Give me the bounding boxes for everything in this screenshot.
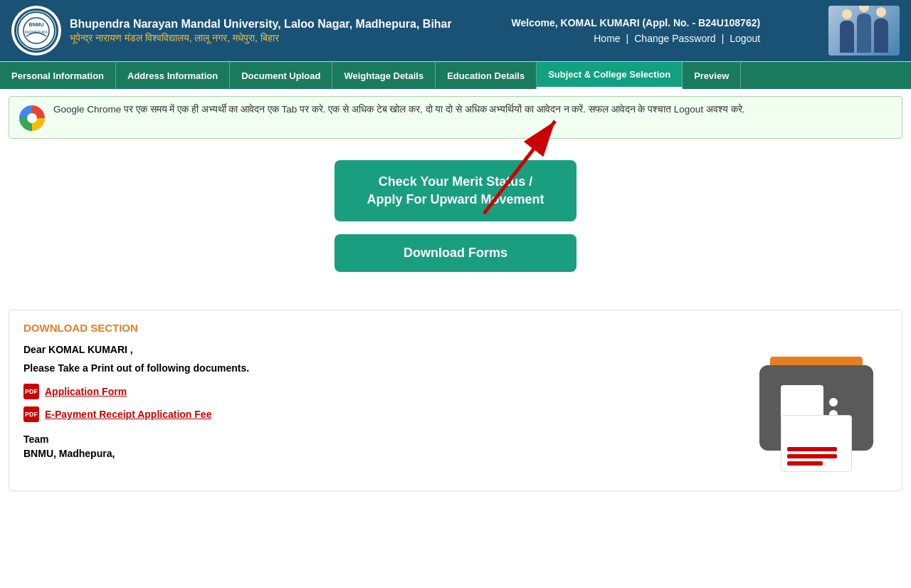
nav-preview[interactable]: Preview <box>683 62 741 89</box>
printer-illustration <box>745 337 888 479</box>
university-name-english: Bhupendra Narayan Mandal University, Lal… <box>70 18 452 31</box>
epayment-receipt-label: E-Payment Receipt Application Fee <box>45 409 211 420</box>
change-password-link[interactable]: Change Password <box>634 33 715 44</box>
nav-personal-information[interactable]: Personal Information <box>0 62 116 89</box>
printer-paper-out <box>781 415 852 472</box>
download-section-header: DOWNLOAD SECTION <box>23 322 888 334</box>
university-name-block: Bhupendra Narayan Mandal University, Lal… <box>70 18 452 44</box>
application-form-link[interactable]: PDF Application Form <box>23 384 745 399</box>
dear-text: Dear KOMAL KUMARI , <box>23 344 745 355</box>
nav-education-details[interactable]: Education Details <box>436 62 537 89</box>
application-form-label: Application Form <box>45 386 127 397</box>
notice-text: Google Chrome पर एक समय में एक ही अभ्यर्… <box>53 104 744 115</box>
home-link[interactable]: Home <box>594 33 620 44</box>
header-left: BNMU MADHEPURA Bhupendra Narayan Mandal … <box>11 6 452 56</box>
nav-subject-college-selection[interactable]: Subject & College Selection <box>537 62 683 89</box>
print-instruction: Please Take a Print out of following doc… <box>23 362 745 374</box>
header-nav-links: Home | Change Password | Logout <box>594 33 760 44</box>
download-section: DOWNLOAD SECTION Dear KOMAL KUMARI , Ple… <box>9 310 902 491</box>
header-right: Welcome, KOMAL KUMARI (Appl. No. - B24U1… <box>512 17 761 44</box>
team-text: Team <box>23 434 745 445</box>
paper-line-2 <box>787 454 837 458</box>
paper-line-3 <box>787 461 823 466</box>
pdf-icon-application: PDF <box>23 384 39 399</box>
nav-address-information[interactable]: Address Information <box>116 62 230 89</box>
download-text-block: Dear KOMAL KUMARI , Please Take a Print … <box>23 344 745 459</box>
students-illustration <box>828 6 900 56</box>
logout-link[interactable]: Logout <box>730 33 760 44</box>
nav-weightage-details[interactable]: Weightage Details <box>332 62 436 89</box>
logo-svg: BNMU MADHEPURA <box>16 11 56 51</box>
printer-dot-1 <box>829 398 838 406</box>
students-photo <box>828 6 900 56</box>
student-figure-3 <box>874 19 888 53</box>
university-name-hindi: भूपेन्द्र नारायण मंडल विश्वविद्यालय, लाल… <box>70 32 452 44</box>
university-logo: BNMU MADHEPURA <box>11 6 61 56</box>
notice-bar: Google Chrome पर एक समय में एक ही अभ्यर्… <box>9 96 902 139</box>
download-body: Dear KOMAL KUMARI , Please Take a Print … <box>23 344 888 479</box>
paper-line-1 <box>787 447 837 451</box>
welcome-message: Welcome, KOMAL KUMARI (Appl. No. - B24U1… <box>512 17 761 28</box>
svg-text:MADHEPURA: MADHEPURA <box>25 30 48 34</box>
svg-text:BNMU: BNMU <box>29 22 44 27</box>
student-figure-1 <box>840 21 854 53</box>
chrome-icon <box>19 105 45 131</box>
navigation-bar: Personal Information Address Information… <box>0 61 911 89</box>
pdf-icon-epayment: PDF <box>23 406 39 422</box>
main-content: Check Your Merit Status / Apply For Upwa… <box>0 146 911 303</box>
bnmu-text: BNMU, Madhepura, <box>23 448 745 459</box>
header: BNMU MADHEPURA Bhupendra Narayan Mandal … <box>0 0 911 61</box>
check-merit-button[interactable]: Check Your Merit Status / Apply For Upwa… <box>335 160 576 221</box>
download-forms-button[interactable]: Download Forms <box>335 234 576 272</box>
epayment-receipt-link[interactable]: PDF E-Payment Receipt Application Fee <box>23 406 745 422</box>
student-figure-2 <box>857 14 871 53</box>
nav-document-upload[interactable]: Document Upload <box>230 62 332 89</box>
